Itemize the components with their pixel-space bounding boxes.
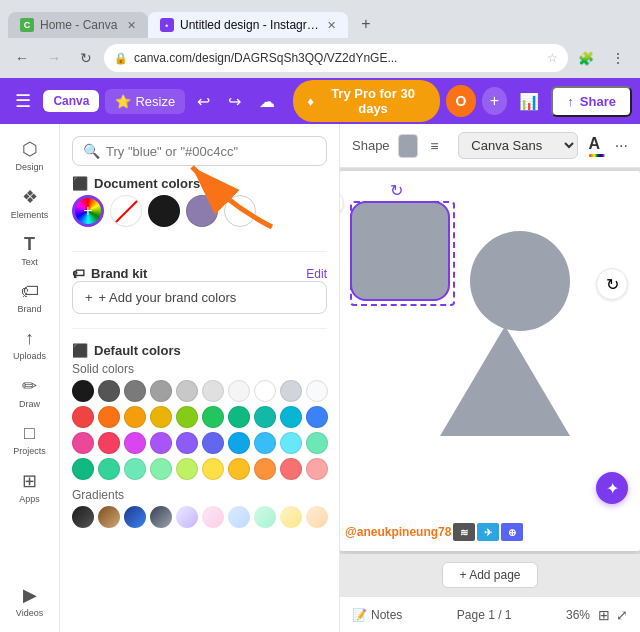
resize-button[interactable]: ⭐ Resize [105, 89, 185, 114]
add-button[interactable]: + [482, 87, 508, 115]
text-color-button[interactable]: A [586, 134, 606, 158]
solid-color-23[interactable] [124, 432, 146, 454]
color-search-box[interactable]: 🔍 [72, 136, 327, 166]
gradient-10[interactable] [306, 506, 328, 528]
solid-color-21[interactable] [72, 432, 94, 454]
solid-color-16[interactable] [202, 406, 224, 428]
white-swatch[interactable] [224, 195, 256, 227]
solid-color-31[interactable] [72, 458, 94, 480]
canva-logo-button[interactable]: Canva [43, 90, 99, 112]
sidebar-item-videos[interactable]: ▶ Videos [4, 578, 56, 624]
solid-color-6[interactable] [202, 380, 224, 402]
rotate-handle[interactable]: ↻ [390, 181, 403, 200]
solid-color-10[interactable] [306, 380, 328, 402]
solid-color-7[interactable] [228, 380, 250, 402]
solid-color-26[interactable] [202, 432, 224, 454]
solid-color-8[interactable] [254, 380, 276, 402]
cloud-save-button[interactable]: ☁ [253, 86, 281, 117]
solid-color-17[interactable] [228, 406, 250, 428]
shape-color-preview[interactable] [398, 134, 419, 158]
tab-home-close[interactable]: ✕ [127, 19, 136, 32]
solid-color-2[interactable] [98, 380, 120, 402]
tab-design[interactable]: ▪ Untitled design - Instagram ... ✕ [148, 12, 348, 38]
analytics-button[interactable]: 📊 [513, 86, 545, 117]
address-bar[interactable]: 🔒 canva.com/design/DAGRSqSh3QQ/VZ2dYnGE.… [104, 44, 568, 72]
gradient-8[interactable] [254, 506, 276, 528]
notes-button[interactable]: 📝 Notes [352, 608, 402, 622]
canvas-circle[interactable] [470, 231, 570, 331]
user-avatar[interactable]: O [446, 85, 475, 117]
shape-layout-button[interactable]: ≡ [426, 136, 442, 156]
add-brand-colors-button[interactable]: + + Add your brand colors [72, 281, 327, 314]
solid-color-13[interactable] [124, 406, 146, 428]
canvas-viewport[interactable]: ⧉ 🗑 ··· 🔒 ⧉ ↗ ↻ ↻ [340, 168, 640, 554]
solid-color-20[interactable] [306, 406, 328, 428]
sidebar-toggle-button[interactable]: ☰ [8, 85, 37, 117]
new-tab-button[interactable]: + [352, 10, 380, 38]
solid-color-4[interactable] [150, 380, 172, 402]
more-options-button[interactable]: ··· [615, 137, 628, 155]
sidebar-item-design[interactable]: ⬡ Design [4, 132, 56, 178]
solid-color-35[interactable] [176, 458, 198, 480]
gradient-1[interactable] [72, 506, 94, 528]
solid-color-29[interactable] [280, 432, 302, 454]
solid-color-34[interactable] [150, 458, 172, 480]
add-page-button[interactable]: + Add page [442, 562, 537, 588]
solid-color-18[interactable] [254, 406, 276, 428]
canvas-page[interactable]: ⧉ 🗑 ··· 🔒 ⧉ ↗ ↻ ↻ [340, 171, 640, 551]
fullscreen-button[interactable]: ⤢ [616, 607, 628, 623]
solid-color-3[interactable] [124, 380, 146, 402]
gradient-7[interactable] [228, 506, 250, 528]
try-pro-button[interactable]: ♦ Try Pro for 30 days [293, 80, 440, 122]
solid-color-15[interactable] [176, 406, 198, 428]
nav-back-button[interactable]: ← [8, 44, 36, 72]
sidebar-item-uploads[interactable]: ↑ Uploads [4, 322, 56, 367]
extensions-icon[interactable]: 🧩 [572, 44, 600, 72]
canvas-float-action-button[interactable]: ✦ [596, 472, 628, 504]
solid-color-30[interactable] [306, 432, 328, 454]
brand-kit-edit-link[interactable]: Edit [306, 267, 327, 281]
canvas-rounded-rect[interactable] [350, 201, 450, 301]
sidebar-item-text[interactable]: T Text [4, 228, 56, 273]
solid-color-22[interactable] [98, 432, 120, 454]
share-button[interactable]: ↑ Share [551, 86, 632, 117]
redo-button[interactable]: ↪ [222, 86, 247, 117]
solid-color-28[interactable] [254, 432, 276, 454]
font-select[interactable]: Canva Sans [458, 132, 578, 159]
gradient-6[interactable] [202, 506, 224, 528]
canvas-triangle[interactable] [440, 326, 570, 436]
canvas-refresh-button[interactable]: ↻ [596, 268, 628, 300]
sidebar-item-elements[interactable]: ❖ Elements [4, 180, 56, 226]
solid-color-37[interactable] [228, 458, 250, 480]
solid-color-33[interactable] [124, 458, 146, 480]
gradient-9[interactable] [280, 506, 302, 528]
solid-color-27[interactable] [228, 432, 250, 454]
element-rotate-button[interactable]: ↻ [340, 191, 344, 215]
purple-grey-swatch[interactable] [186, 195, 218, 227]
nav-refresh-button[interactable]: ↻ [72, 44, 100, 72]
solid-color-14[interactable] [150, 406, 172, 428]
undo-button[interactable]: ↩ [191, 86, 216, 117]
nav-forward-button[interactable]: → [40, 44, 68, 72]
sidebar-item-apps[interactable]: ⊞ Apps [4, 464, 56, 510]
solid-color-36[interactable] [202, 458, 224, 480]
solid-color-1[interactable] [72, 380, 94, 402]
solid-color-40[interactable] [306, 458, 328, 480]
solid-color-12[interactable] [98, 406, 120, 428]
browser-menu-button[interactable]: ⋮ [604, 44, 632, 72]
black-swatch[interactable] [148, 195, 180, 227]
grid-view-button[interactable]: ⊞ [598, 607, 610, 623]
zoom-indicator[interactable]: 36% [566, 608, 590, 622]
color-search-input[interactable] [106, 144, 316, 159]
solid-color-19[interactable] [280, 406, 302, 428]
tab-home[interactable]: C Home - Canva ✕ [8, 12, 148, 38]
sidebar-item-draw[interactable]: ✏ Draw [4, 369, 56, 415]
solid-color-11[interactable] [72, 406, 94, 428]
gradient-3[interactable] [124, 506, 146, 528]
sidebar-item-projects[interactable]: □ Projects [4, 417, 56, 462]
solid-color-5[interactable] [176, 380, 198, 402]
solid-color-38[interactable] [254, 458, 276, 480]
solid-color-9[interactable] [280, 380, 302, 402]
gradient-5[interactable] [176, 506, 198, 528]
color-wheel-swatch[interactable]: + [72, 195, 104, 227]
